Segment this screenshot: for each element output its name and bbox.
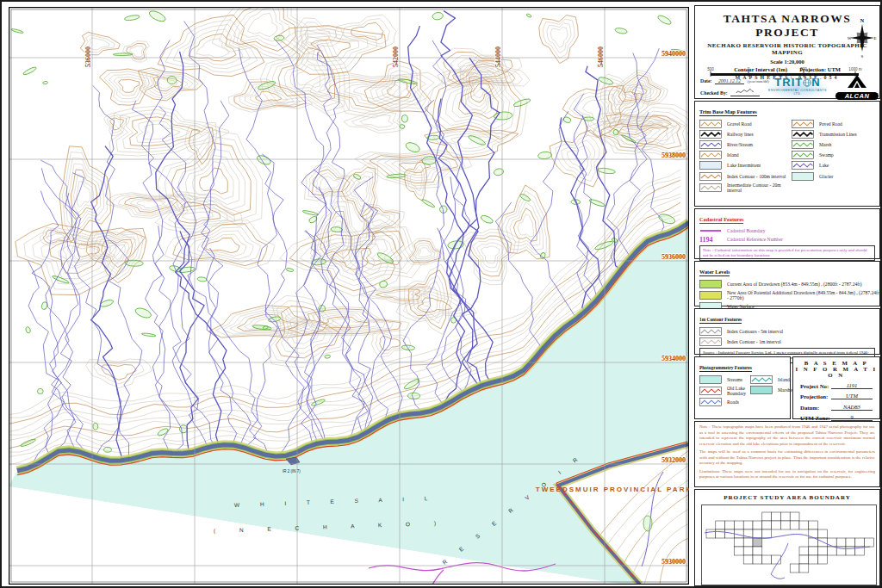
legend-swatch [699, 327, 724, 336]
cadastral-note: Note : Cadastral information on this map… [699, 245, 875, 261]
map-sheet-tile [762, 521, 772, 529]
legend-swatch [699, 120, 724, 128]
legend-item: Marsh [792, 140, 879, 149]
legend-swatch [699, 151, 724, 159]
map-sheet-tile [716, 529, 725, 538]
contour-features-box: 1m Contour Features Index Contours - 5m … [694, 308, 880, 355]
map-sheet-tile [799, 521, 809, 529]
checked-by-row: Checked By: [700, 89, 761, 96]
map-sheet-tile [809, 555, 818, 564]
legend-item: Old Lake Boundary [699, 386, 746, 396]
legend-label: Marsh [819, 142, 831, 147]
legend-swatch [699, 398, 724, 406]
legend-swatch [699, 375, 724, 384]
map-sheet-tile [799, 564, 809, 573]
legend-item: Railway lines [699, 130, 787, 139]
legend-item: Lake [792, 161, 879, 170]
map-sheet-tile [753, 547, 762, 555]
water-levels-heading: Water Levels [699, 269, 730, 276]
info-label: Projection: [800, 393, 828, 399]
checked-by-label: Checked By: [700, 90, 728, 96]
map-sheet-tile [734, 547, 743, 555]
base-map-info-box: B A S E M A P I N F O R M A T I O N Proj… [792, 356, 880, 419]
map-sheet-tile [743, 521, 753, 529]
legend-label: Lake [819, 163, 829, 168]
info-value: 1191 [831, 382, 873, 389]
legend-panel: TAHTSA NARROWS PROJECT NECHAKO RESERVOIR… [693, 3, 882, 588]
base-map-info-row: Project No:1191 [800, 382, 873, 389]
legend-item: Lake Intermittent [699, 161, 787, 170]
base-map-info-row: UTM Zone:9 [800, 414, 873, 421]
legend-item: Island [750, 375, 794, 384]
legend-label: Lake Intermittent [727, 163, 761, 168]
study-area-box: PROJECT STUDY AREA BOUNDARY [694, 489, 880, 586]
legend-label: Paved Road [819, 121, 842, 127]
legend-label: Island [778, 377, 790, 382]
map-sheet-tile [865, 538, 874, 547]
map-sheet-tile [734, 538, 743, 547]
reserve-label: IR 2 (IN 7) [283, 469, 301, 473]
compass-w: W [848, 36, 852, 40]
map-sheet-tile [734, 521, 743, 529]
map-sheet: 5360005420005440005460005940000593800059… [0, 0, 882, 588]
legend-item: Marshes [750, 386, 794, 394]
map-sheet-tile [790, 521, 799, 529]
legend-label: Old Lake Boundary [727, 386, 746, 396]
legend-label: Railway lines [727, 132, 754, 137]
info-label: Project No: [800, 383, 829, 389]
map-sheet-tile [827, 547, 836, 555]
legend-swatch [699, 387, 724, 395]
legend-item: Paved Road [792, 120, 879, 128]
legend-item: Index Contour - 100m interval [699, 172, 787, 181]
legend-item: Gravel Road [699, 120, 787, 128]
map-sheet-tile [753, 555, 762, 564]
date-label: Date: [700, 78, 712, 84]
study-area-index-map [701, 504, 877, 585]
base-map-info-heading2: I N F O R M A T I O N [793, 366, 879, 378]
compass-n: N [860, 18, 865, 23]
legend-label: Glacier [819, 174, 833, 179]
contour-features-heading: 1m Contour Features [699, 317, 742, 324]
legend-item: Index Contour - 1m interval [699, 337, 879, 346]
legend-item: Island [699, 151, 787, 159]
date-row: Date: 2001.12.12 (year/mm/dd) [700, 78, 769, 84]
legend-label: River/Stream [727, 142, 753, 147]
study-area-title: PROJECT STUDY AREA BOUNDARY [695, 494, 879, 501]
map-sheet-tile [753, 529, 762, 538]
legend-swatch [792, 151, 816, 159]
legend-item: Streams [699, 375, 746, 384]
photogrammetry-heading: Photogrammetry Features [699, 365, 752, 372]
legend-item: Intermediate Contour - 20m interval [699, 183, 787, 193]
legend-swatch [699, 337, 724, 346]
map-sheet-tile [725, 521, 735, 529]
grid-northing-label: 5938000 [662, 152, 686, 159]
grid-northing-label: 5930000 [662, 558, 686, 566]
legend-swatch [792, 120, 816, 128]
map-sheet-tile [809, 547, 818, 555]
grid-northing-label: 5940000 [662, 50, 686, 58]
triton-subtext: ENVIRONMENTAL CONSULTANTS LTD. [764, 89, 831, 96]
legend-item: Glacier [792, 172, 879, 181]
map-sheet-tile [818, 529, 828, 538]
note-paragraph: Limitations: These maps were not intende… [699, 469, 875, 480]
cadastral-heading: Cadastral Features [699, 216, 743, 224]
alcan-triangle-icon [848, 75, 866, 88]
info-value: NAD83 [831, 404, 873, 411]
info-label: UTM Zone: [800, 415, 830, 421]
legend-item: Index Contours - 5m interval [699, 327, 879, 336]
legend-label: Cadastral Reference Number [727, 237, 783, 242]
base-map-info-row: Datum:NAD83 [800, 404, 873, 411]
map-sheet-tile [753, 538, 762, 547]
title-block: TAHTSA NARROWS PROJECT NECHAKO RESERVOIR… [694, 5, 880, 99]
info-value: UTM [831, 393, 873, 399]
map-sheet-tile [818, 555, 828, 564]
map-sheet-tile [818, 538, 828, 547]
legend-swatch [699, 183, 724, 192]
map-sheet-tile [706, 529, 716, 538]
scalebar-label: 500 [800, 67, 807, 71]
legend-swatch [699, 280, 724, 288]
legend-label: Roads [727, 399, 739, 405]
grid-northing-label: 5936000 [662, 253, 686, 261]
topographic-map: 5360005420005440005460005940000593800059… [9, 7, 689, 585]
grid-easting-label: 542000 [392, 46, 400, 67]
